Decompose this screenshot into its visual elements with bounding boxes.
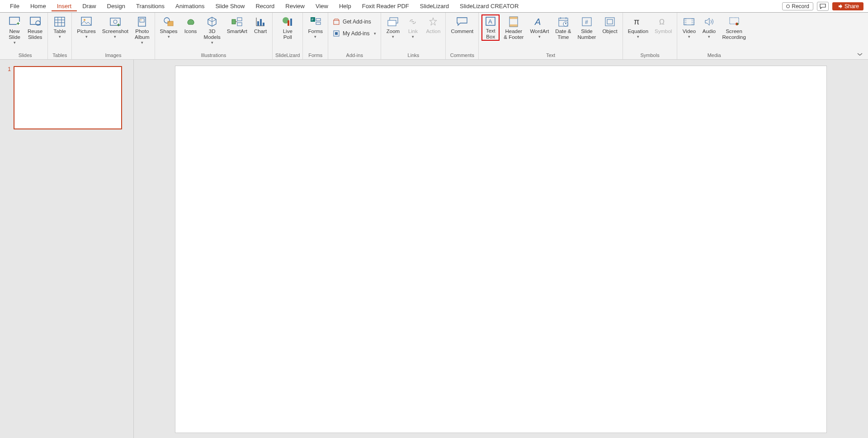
- caret-icon: ▾: [85, 34, 88, 39]
- shapes-button[interactable]: Shapes ▾: [158, 14, 180, 40]
- slide-thumbnails: 1: [0, 60, 134, 438]
- group-comments: Comment Comments: [446, 13, 479, 59]
- get-addins-button[interactable]: Get Add-ins: [331, 17, 378, 26]
- store-icon: [333, 18, 340, 25]
- svg-text:A: A: [488, 18, 492, 25]
- 3d-models-icon: [206, 16, 218, 28]
- svg-rect-16: [237, 23, 242, 26]
- live-poll-label: Live Poll: [283, 29, 292, 40]
- text-box-button[interactable]: A Text Box: [481, 14, 500, 41]
- tab-review[interactable]: Review: [280, 1, 310, 11]
- action-icon: [427, 16, 439, 28]
- svg-point-6: [84, 19, 85, 21]
- svg-rect-18: [260, 19, 262, 26]
- collapse-ribbon-button[interactable]: [857, 52, 863, 57]
- photo-album-icon: [136, 16, 148, 28]
- chart-label: Chart: [254, 29, 267, 34]
- forms-icon: F: [310, 16, 321, 28]
- tab-transitions[interactable]: Transitions: [131, 1, 170, 11]
- shapes-label: Shapes: [160, 29, 178, 34]
- forms-button[interactable]: F Forms ▾: [306, 14, 325, 40]
- screen-recording-button[interactable]: Screen Recording: [720, 14, 748, 41]
- caret-icon: ▾: [538, 34, 541, 39]
- photo-album-button[interactable]: Photo Album ▾: [132, 14, 152, 46]
- caret-icon: ▾: [412, 34, 414, 39]
- svg-text:Ω: Ω: [659, 18, 665, 26]
- group-comments-title: Comments: [450, 52, 474, 59]
- tab-animations[interactable]: Animations: [170, 1, 210, 11]
- tab-slidelizard-creator[interactable]: SlideLizard CREATOR: [454, 1, 524, 11]
- tab-view[interactable]: View: [310, 1, 334, 11]
- thumb-slide-1[interactable]: [14, 66, 122, 129]
- tab-draw[interactable]: Draw: [77, 1, 101, 11]
- my-addins-button[interactable]: My Add-ins ▾: [331, 29, 378, 38]
- group-media-title: Media: [708, 52, 721, 59]
- caret-icon: ▾: [708, 34, 710, 39]
- tab-home[interactable]: Home: [25, 1, 52, 11]
- equation-button[interactable]: π Equation ▾: [626, 14, 651, 40]
- video-label: Video: [683, 29, 696, 34]
- wordart-button[interactable]: A WordArt ▾: [528, 14, 551, 40]
- action-label: Action: [426, 29, 440, 34]
- smartart-button[interactable]: SmartArt: [225, 14, 250, 35]
- object-label: Object: [602, 29, 617, 34]
- tab-insert[interactable]: Insert: [52, 1, 77, 11]
- live-poll-button[interactable]: Live Poll: [278, 14, 297, 41]
- tab-help[interactable]: Help: [334, 1, 357, 11]
- share-button[interactable]: Share: [832, 2, 863, 10]
- slide-canvas[interactable]: [175, 66, 826, 433]
- canvas-area: [134, 60, 868, 438]
- screenshot-button[interactable]: Screenshot ▾: [100, 14, 131, 40]
- record-label: Record: [792, 3, 809, 10]
- object-button[interactable]: Object: [600, 14, 619, 35]
- table-icon: [54, 16, 66, 28]
- pictures-button[interactable]: Pictures ▾: [75, 14, 98, 40]
- smartart-icon: [231, 16, 243, 28]
- icons-icon: [185, 16, 197, 28]
- audio-label: Audio: [703, 29, 716, 34]
- svg-rect-36: [509, 24, 518, 27]
- audio-button[interactable]: Audio ▾: [700, 14, 718, 40]
- symbol-button: Ω Symbol: [652, 14, 674, 35]
- symbol-label: Symbol: [655, 29, 672, 34]
- reuse-slides-label: Reuse Slides: [28, 29, 42, 40]
- tab-foxit[interactable]: Foxit Reader PDF: [357, 1, 415, 11]
- record-button[interactable]: Record: [782, 2, 813, 10]
- menu-tabs: File Home Insert Draw Design Transitions…: [5, 1, 524, 11]
- tab-design[interactable]: Design: [102, 1, 131, 11]
- svg-rect-26: [316, 22, 321, 24]
- thumb-row[interactable]: 1: [5, 66, 129, 129]
- workspace: 1: [0, 60, 868, 438]
- date-time-button[interactable]: Date & Time: [553, 14, 573, 41]
- comments-toggle[interactable]: [817, 2, 829, 11]
- svg-text:π: π: [634, 17, 639, 26]
- 3d-models-label: 3D Models: [204, 29, 221, 40]
- icons-button[interactable]: Icons: [182, 14, 200, 35]
- comment-button[interactable]: Comment: [448, 14, 476, 35]
- caret-icon: ▾: [141, 40, 143, 45]
- video-button[interactable]: Video ▾: [680, 14, 698, 40]
- table-label: Table: [54, 29, 66, 34]
- reuse-slides-button[interactable]: Reuse Slides: [25, 14, 45, 41]
- group-addins-title: Add-ins: [346, 52, 363, 59]
- slide-number-icon: #: [581, 16, 593, 28]
- zoom-icon: [387, 16, 399, 28]
- chart-button[interactable]: Chart: [251, 14, 269, 35]
- zoom-label: Zoom: [387, 29, 400, 34]
- tab-file[interactable]: File: [5, 1, 25, 11]
- table-button[interactable]: Table ▾: [51, 14, 69, 40]
- 3d-models-button[interactable]: 3D Models ▾: [202, 14, 223, 46]
- tab-record[interactable]: Record: [250, 1, 280, 11]
- caret-icon: ▾: [688, 34, 690, 39]
- new-slide-button[interactable]: New Slide ▾: [5, 14, 24, 46]
- svg-text:A: A: [534, 17, 541, 27]
- tab-slidelizard[interactable]: SlideLizard: [415, 1, 454, 11]
- date-time-label: Date & Time: [555, 29, 571, 40]
- slide-number-button[interactable]: # Slide Number: [576, 14, 599, 41]
- group-slides-title: Slides: [19, 52, 32, 59]
- zoom-button[interactable]: Zoom ▾: [384, 14, 402, 40]
- video-icon: [683, 16, 695, 28]
- tab-slide-show[interactable]: Slide Show: [210, 1, 250, 11]
- svg-rect-46: [684, 19, 694, 25]
- header-footer-button[interactable]: Header & Footer: [501, 14, 526, 41]
